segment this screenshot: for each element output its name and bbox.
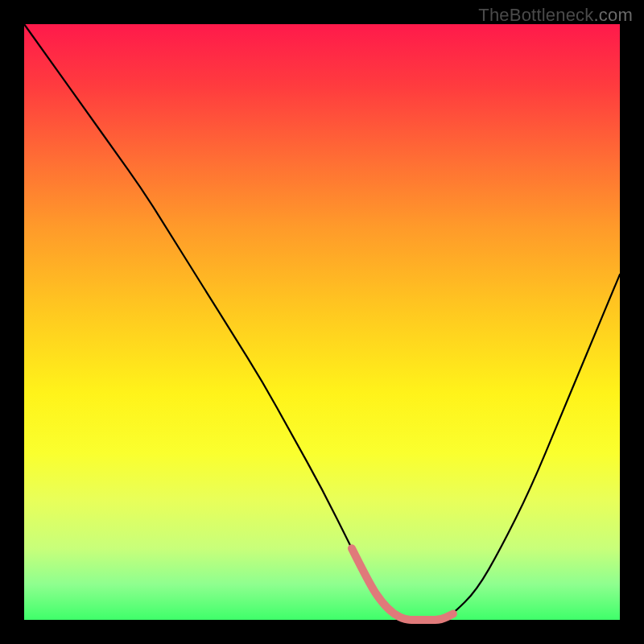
watermark: TheBottleneck.com [478, 5, 633, 26]
bottleneck-curve-accent [352, 548, 453, 620]
chart-frame: TheBottleneck.com [0, 0, 644, 644]
chart-curve-svg [24, 24, 620, 620]
bottleneck-curve [24, 24, 620, 620]
watermark-suffix: .com [594, 5, 633, 25]
watermark-main: TheBottleneck [478, 5, 593, 25]
chart-plot-area [24, 24, 620, 620]
